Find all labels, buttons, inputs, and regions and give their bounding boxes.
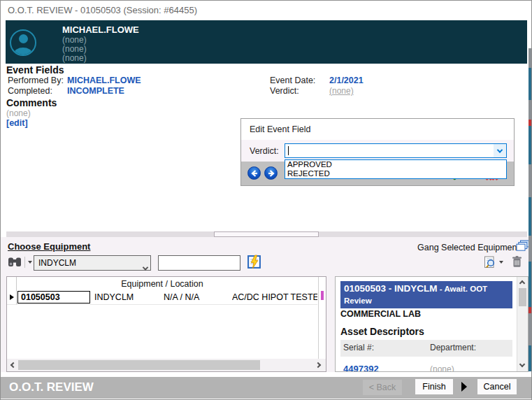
completed-value[interactable]: INCOMPLETE	[67, 86, 124, 96]
popup-header: Edit Event Field	[241, 119, 514, 140]
asset-descriptors-heading: Asset Descriptors	[340, 326, 424, 337]
row-selector-arrow-icon	[10, 294, 14, 300]
scroll-left-arrow-icon[interactable]	[10, 362, 16, 368]
equipment-filter-combobox[interactable]: INDYCLM	[34, 255, 151, 271]
view-equipment-button[interactable]	[483, 256, 496, 269]
focus-arrow-icon	[461, 382, 467, 392]
oot-review-window: O.O.T. REVIEW - 01050503 (Session: #6445…	[0, 0, 532, 400]
dropdown-option-rejected[interactable]: REJECTED	[285, 169, 506, 178]
user-detail-line: (none)	[62, 44, 87, 54]
gang-selected-equipment-label: Gang Selected Equipment	[417, 243, 519, 252]
verdict-value-link[interactable]: (none)	[329, 86, 354, 96]
detail-vertical-scrollbar[interactable]	[517, 277, 528, 371]
arrow-right-icon	[267, 169, 275, 178]
window-titlebar: O.O.T. REVIEW - 01050503 (Session: #6445…	[1, 1, 531, 20]
combobox-dropdown-button[interactable]	[143, 261, 148, 275]
dropdown-option-approved[interactable]: APPROVED	[285, 160, 506, 169]
detail-lab: COMMERCIAL LAB	[340, 309, 421, 319]
equipment-model-cell[interactable]: INDYCLM	[94, 292, 134, 302]
verdict-label: Verdict:	[270, 86, 299, 96]
equipment-detail-panel: 01050503 - INDYCLM - Await. OOT Review C…	[335, 276, 529, 372]
binoculars-icon	[8, 256, 22, 268]
department-label: Department:	[430, 343, 476, 352]
department-value: (none)	[430, 364, 454, 372]
forward-nav-button[interactable]	[264, 166, 278, 180]
back-nav-button[interactable]	[247, 166, 261, 180]
event-date-value[interactable]: 2/1/2021	[329, 76, 364, 85]
event-date-label: Event Date:	[270, 76, 315, 85]
view-options-caret-icon[interactable]	[499, 261, 503, 264]
descriptor-labels-row: Serial #: Department:	[340, 340, 512, 357]
quick-add-button[interactable]	[247, 255, 261, 269]
edge-marker-strip	[529, 48, 531, 371]
wizard-status-bar: O.O.T. REVIEW < Back Finish Cancel	[1, 377, 532, 399]
verdict-dropdown-list: APPROVED REJECTED	[285, 159, 507, 179]
choose-equipment-section: Choose Equipment Gang Selected Equipment…	[1, 237, 532, 372]
scrollbar-thumb[interactable]	[214, 231, 319, 237]
gang-equipment-button[interactable]	[516, 240, 530, 252]
verdict-combobox[interactable]	[285, 143, 507, 158]
find-options-caret-icon[interactable]	[28, 261, 32, 264]
edit-event-field-popup: Edit Event Field Verdict: ✔ ✖✖	[240, 118, 515, 186]
text-caret	[288, 146, 289, 155]
scrollbar-thumb[interactable]	[18, 360, 260, 370]
delete-equipment-button[interactable]	[512, 255, 522, 268]
wizard-title: O.O.T. REVIEW	[9, 380, 94, 394]
comments-value: (none)	[6, 108, 31, 118]
comments-heading: Comments	[6, 97, 57, 108]
user-avatar-icon	[10, 29, 36, 56]
scroll-right-arrow-icon[interactable]	[315, 362, 321, 368]
chevron-down-icon	[143, 264, 148, 270]
detail-header: 01050503 - INDYCLM - Await. OOT Review	[340, 281, 512, 308]
popup-verdict-label: Verdict:	[250, 146, 279, 156]
equipment-id-cell[interactable]: 01050503	[17, 291, 90, 303]
completed-label: Completed:	[8, 86, 52, 96]
serial-value[interactable]: 4497392	[343, 364, 379, 372]
equipment-table-header: Equipment / Location	[7, 277, 317, 290]
scroll-down-arrow-icon[interactable]	[519, 362, 525, 367]
finish-button[interactable]: Finish	[415, 379, 453, 394]
user-name: MICHAEL.FLOWE	[62, 24, 139, 35]
divider	[1, 372, 532, 377]
event-fields-heading: Event Fields	[6, 64, 64, 76]
equipment-search-input[interactable]	[158, 255, 240, 271]
separator: -	[386, 283, 394, 294]
scrollbar-thumb[interactable]	[519, 288, 526, 306]
comments-edit-link[interactable]: [edit]	[6, 118, 28, 128]
cancel-button[interactable]: Cancel	[477, 379, 517, 394]
performed-by-label: Performed By:	[8, 76, 64, 85]
magnifier-document-icon	[483, 256, 496, 269]
back-button[interactable]: < Back	[363, 380, 402, 395]
equipment-location-cell[interactable]: N/A / N/A	[164, 292, 199, 302]
row-divider	[7, 304, 317, 305]
popup-title: Edit Event Field	[250, 124, 311, 134]
equipment-description-cell[interactable]: AC/DC HIPOT TESTE	[232, 292, 317, 302]
detail-id: 01050503	[344, 283, 386, 294]
user-detail-line: (none)	[62, 35, 87, 45]
arrow-left-icon	[250, 169, 259, 178]
scroll-up-arrow-icon[interactable]	[519, 280, 525, 286]
scroll-marker	[321, 291, 324, 300]
user-detail-line: (none)	[62, 53, 87, 63]
find-equipment-button[interactable]	[8, 256, 32, 268]
trash-icon	[512, 255, 522, 268]
table-horizontal-scrollbar[interactable]	[7, 359, 326, 371]
serial-label: Serial #:	[343, 343, 374, 352]
separator: -	[438, 285, 445, 293]
detail-model: INDYCLM	[394, 283, 438, 294]
lightning-form-icon	[247, 255, 261, 269]
performed-by-value[interactable]: MICHAEL.FLOWE	[67, 76, 141, 85]
stacked-windows-icon	[516, 240, 530, 252]
row-selector-column	[7, 277, 17, 304]
combobox-dropdown-button[interactable]	[494, 144, 506, 157]
divider	[24, 257, 25, 268]
user-banner: MICHAEL.FLOWE (none) (none) (none)	[6, 20, 527, 64]
chevron-down-icon	[497, 147, 503, 152]
table-vertical-scrollbar[interactable]	[318, 277, 326, 359]
choose-equipment-heading: Choose Equipment	[8, 241, 90, 252]
horizontal-pane-scrollbar[interactable]	[6, 231, 527, 237]
window-title: O.O.T. REVIEW - 01050503 (Session: #6445…	[8, 5, 197, 15]
equipment-table: Equipment / Location 01050503 INDYCLM N/…	[6, 276, 326, 372]
equipment-filter-value: INDYCLM	[38, 258, 76, 268]
